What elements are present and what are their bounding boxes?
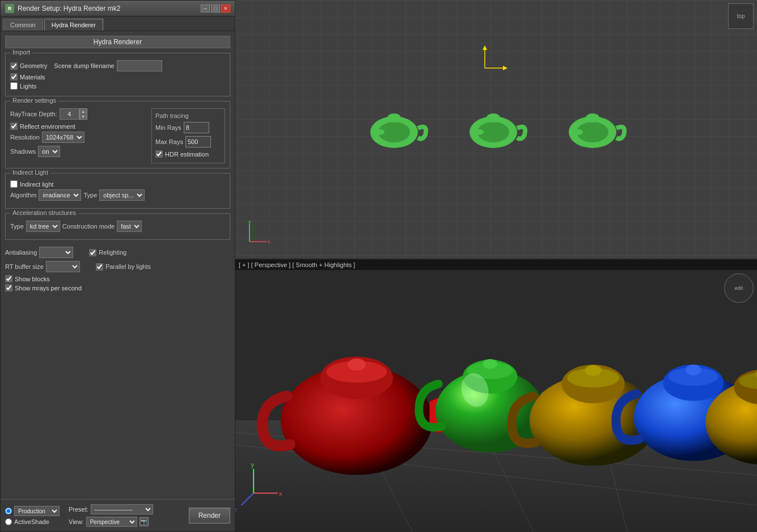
- camera-icon[interactable]: 📷: [139, 517, 149, 526]
- raytrace-input[interactable]: [60, 108, 79, 120]
- relighting-label: Relighting: [99, 249, 126, 256]
- indirect-light-row: Indirect light: [10, 180, 225, 188]
- svg-point-11: [475, 129, 484, 135]
- titlebar-controls: ─ □ ✕: [201, 5, 230, 12]
- svg-marker-3: [503, 66, 508, 70]
- accel-type-select[interactable]: kd tree: [26, 221, 60, 232]
- import-label: Import: [10, 49, 32, 56]
- close-button[interactable]: ✕: [221, 5, 230, 12]
- min-rays-input[interactable]: [184, 122, 209, 133]
- raytrace-label: RayTrace Depth:: [10, 111, 57, 117]
- restore-button[interactable]: □: [211, 5, 220, 12]
- geometry-row: Geometry Scene dump filename C:/[Derp]/p…: [10, 60, 225, 71]
- render-button[interactable]: Render: [189, 508, 230, 523]
- materials-label: Materials: [20, 74, 45, 81]
- algorithm-row: Algorithm irradiance Type object sp...: [10, 189, 225, 201]
- accel-type-row: Type kd tree Construction mode fast: [10, 221, 225, 232]
- show-mrays-checkbox[interactable]: [5, 284, 12, 292]
- parallel-lights-label: Parallel by lights: [105, 263, 151, 270]
- indirect-type-select[interactable]: object sp...: [99, 189, 145, 201]
- production-row: Production: [5, 506, 60, 516]
- viewport-bottom[interactable]: [ + ] [ Perspective ] [ Smooth + Highlig…: [235, 260, 757, 532]
- svg-point-15: [574, 129, 583, 135]
- rt-buffer-select[interactable]: [46, 261, 80, 272]
- algorithm-label: Algorithm: [10, 192, 36, 199]
- min-rays-row: Min Rays: [155, 122, 221, 133]
- raytrace-spinner-btn[interactable]: ▲ ▼: [79, 108, 87, 120]
- hdr-checkbox[interactable]: [155, 150, 163, 158]
- shadows-row: Shadows on: [10, 146, 147, 157]
- activeshade-label: ActiveShade: [14, 518, 49, 525]
- relighting-checkbox[interactable]: [89, 249, 96, 256]
- bottom-bar: Production ActiveShade Preset: ---------…: [1, 499, 235, 531]
- resolution-label: Resolution: [10, 134, 40, 141]
- app-icon: R: [5, 4, 14, 13]
- path-tracing-box: Path tracing Min Rays Max Rays HDR estim…: [151, 108, 225, 163]
- scene-dump-label: Scene dump filename: [54, 62, 114, 69]
- view-select[interactable]: Perspective: [86, 517, 137, 527]
- scene-dump-input[interactable]: C:/[Derp]/plu: [117, 60, 162, 71]
- max-rays-input[interactable]: [185, 136, 211, 147]
- reflect-env-row: Reflect environment: [10, 123, 147, 130]
- panel-body: Hydra Renderer Import Geometry Scene dum…: [1, 31, 235, 499]
- reflect-env-checkbox[interactable]: [10, 123, 18, 130]
- min-rays-label: Min Rays: [155, 124, 181, 131]
- reflect-env-label: Reflect environment: [20, 123, 75, 130]
- geometry-label: Geometry: [20, 62, 47, 69]
- teapot-top-1: [363, 107, 431, 152]
- max-rays-label: Max Rays: [155, 138, 183, 145]
- resolution-select[interactable]: 1024x768: [42, 132, 84, 143]
- svg-point-47: [686, 365, 701, 375]
- lights-label: Lights: [20, 83, 36, 90]
- tab-bar: Common Hydra Renderer: [1, 16, 235, 31]
- indirect-light-group: Indirect Light Indirect light Algorithm …: [5, 173, 230, 209]
- rt-buffer-label: RT buffer size: [5, 263, 44, 270]
- lights-checkbox[interactable]: [10, 82, 18, 90]
- production-select[interactable]: Production: [14, 506, 60, 516]
- parallel-lights-checkbox[interactable]: [96, 263, 103, 271]
- antialiasing-label: Antialiasing: [5, 249, 37, 256]
- svg-text:z: z: [235, 506, 237, 513]
- svg-text:x: x: [268, 239, 270, 244]
- construction-select[interactable]: fast: [117, 221, 142, 232]
- svg-marker-2: [483, 45, 487, 50]
- tab-hydra-renderer[interactable]: Hydra Renderer: [44, 19, 103, 31]
- viewport-top[interactable]: top: [235, 0, 757, 260]
- activeshade-row: ActiveShade: [5, 518, 60, 525]
- acceleration-group: Acceleration structures Type kd tree Con…: [5, 213, 230, 240]
- hdr-row: HDR estimation: [155, 150, 221, 158]
- materials-checkbox[interactable]: [10, 73, 18, 81]
- svg-point-34: [348, 358, 366, 370]
- teapot-top-3: [561, 107, 629, 152]
- axes-top: [451, 45, 519, 91]
- svg-point-10: [487, 113, 500, 123]
- antialiasing-select[interactable]: [39, 247, 73, 258]
- nav-cube-bottom: edit: [724, 273, 754, 303]
- geometry-checkbox[interactable]: [10, 62, 18, 70]
- view-label: View:: [69, 518, 84, 525]
- production-radio[interactable]: [5, 508, 12, 514]
- show-mrays-label: Show mrays per second: [15, 285, 82, 292]
- show-blocks-checkbox[interactable]: [5, 275, 12, 282]
- shadows-label: Shadows: [10, 148, 36, 155]
- viewport-bar-text: [ + ] [ Perspective ] [ Smooth + Highlig…: [239, 261, 355, 268]
- tab-common[interactable]: Common: [3, 19, 43, 31]
- indirect-light-checkbox[interactable]: [10, 180, 18, 188]
- algorithm-select[interactable]: irradiance: [39, 189, 81, 201]
- resolution-row: Resolution 1024x768: [10, 132, 147, 143]
- rt-buffer-row: RT buffer size Parallel by lights: [5, 261, 230, 272]
- acceleration-label: Acceleration structures: [10, 209, 78, 216]
- minimize-button[interactable]: ─: [201, 5, 210, 12]
- shadows-select[interactable]: on: [38, 146, 60, 157]
- preset-select[interactable]: --------------------: [91, 504, 153, 514]
- render-settings-label: Render settings: [10, 97, 58, 104]
- activeshade-radio[interactable]: [5, 518, 12, 525]
- antialiasing-row: Antialiasing Relighting: [5, 247, 230, 258]
- svg-point-14: [586, 113, 599, 123]
- max-rays-row: Max Rays: [155, 136, 221, 147]
- show-blocks-label: Show blocks: [15, 276, 50, 282]
- materials-row: Materials: [10, 73, 225, 81]
- nav-cube-top: top: [728, 3, 754, 29]
- svg-text:y: y: [251, 461, 255, 468]
- render-setup-dialog: R Render Setup: Hydra Render mk2 ─ □ ✕ C…: [0, 0, 235, 532]
